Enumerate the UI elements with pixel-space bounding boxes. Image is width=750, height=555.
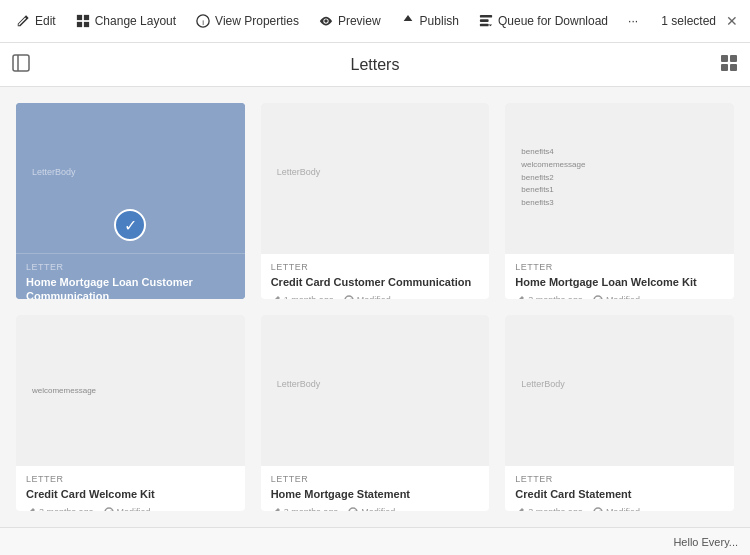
svg-rect-11 — [721, 55, 728, 62]
publish-icon — [401, 14, 415, 28]
card-info: LETTER Credit Card Customer Communicatio… — [261, 253, 490, 299]
card-status: Modified — [593, 507, 640, 511]
edit-icon — [16, 14, 30, 28]
card-status: Modified — [348, 507, 395, 511]
edit-label: Edit — [35, 14, 56, 28]
card-item[interactable]: welcomemessage LETTER Credit Card Welcom… — [16, 315, 245, 511]
svg-rect-0 — [77, 15, 82, 20]
svg-point-19 — [349, 508, 357, 511]
status-icon — [348, 507, 358, 511]
card-info: LETTER Home Mortgage Loan Welcome Kit 3 … — [505, 253, 734, 299]
card-name: Credit Card Statement — [515, 487, 724, 501]
svg-rect-3 — [84, 22, 89, 27]
card-meta: 1 month ago Modified — [271, 295, 480, 299]
card-item[interactable]: benefits4welcomemessagebenefits2benefits… — [505, 103, 734, 299]
page-title: Letters — [351, 56, 400, 74]
svg-rect-1 — [84, 15, 89, 20]
status-icon — [344, 295, 354, 299]
card-type: LETTER — [26, 262, 235, 272]
svg-point-17 — [594, 296, 602, 299]
card-preview-area: LetterBody — [261, 315, 490, 465]
more-label: ··· — [628, 14, 638, 28]
preview-text-line: benefits4 — [521, 146, 718, 159]
card-time: 3 months ago — [515, 507, 583, 511]
grid-icon — [720, 54, 738, 72]
more-button[interactable]: ··· — [620, 9, 646, 33]
svg-rect-13 — [721, 64, 728, 71]
svg-rect-8 — [480, 24, 489, 27]
change-layout-button[interactable]: Change Layout — [68, 9, 184, 33]
card-item[interactable]: LetterBody LETTER Home Mortgage Statemen… — [261, 315, 490, 511]
card-time: 3 months ago — [271, 507, 339, 511]
svg-point-20 — [594, 508, 602, 511]
pencil-icon — [271, 507, 281, 511]
view-properties-button[interactable]: i View Properties — [188, 9, 307, 33]
edit-button[interactable]: Edit — [8, 9, 64, 33]
card-type: LETTER — [515, 262, 724, 272]
card-status: Modified — [104, 507, 151, 511]
grid-view-toggle[interactable] — [720, 54, 738, 75]
preview-label-text: LetterBody — [277, 379, 321, 389]
pencil-icon — [515, 295, 525, 299]
card-meta: 3 months ago Modified — [515, 295, 724, 299]
svg-rect-2 — [77, 22, 82, 27]
view-properties-label: View Properties — [215, 14, 299, 28]
change-layout-label: Change Layout — [95, 14, 176, 28]
card-preview: LetterBody ✓ — [16, 103, 245, 253]
card-item[interactable]: LetterBody LETTER Credit Card Statement … — [505, 315, 734, 511]
svg-rect-14 — [730, 64, 737, 71]
sidebar-toggle-button[interactable] — [12, 54, 30, 75]
publish-button[interactable]: Publish — [393, 9, 467, 33]
card-info: LETTER Credit Card Welcome Kit 3 months … — [16, 465, 245, 511]
queue-download-label: Queue for Download — [498, 14, 608, 28]
preview-text-line: benefits2 — [521, 172, 718, 185]
card-preview: LetterBody — [261, 315, 490, 465]
card-preview-area: LetterBody — [261, 103, 490, 253]
svg-point-18 — [105, 508, 113, 511]
selected-checkmark: ✓ — [114, 209, 146, 241]
svg-point-16 — [345, 296, 353, 299]
info-icon: i — [196, 14, 210, 28]
layout-icon — [76, 14, 90, 28]
svg-rect-7 — [480, 19, 489, 22]
pencil-icon — [515, 507, 525, 511]
pencil-icon — [26, 507, 36, 511]
card-status: Modified — [344, 295, 391, 299]
deselect-button[interactable]: ✕ — [722, 11, 742, 31]
card-type: LETTER — [271, 474, 480, 484]
card-item[interactable]: LetterBody LETTER Credit Card Customer C… — [261, 103, 490, 299]
card-meta: 3 months ago Modified — [271, 507, 480, 511]
svg-text:i: i — [202, 18, 204, 27]
selected-count: 1 selected — [661, 14, 716, 28]
card-name: Home Mortgage Statement — [271, 487, 480, 501]
card-preview: LetterBody — [261, 103, 490, 253]
cards-grid: LetterBody ✓ LETTER Home Mortgage Loan C… — [0, 87, 750, 527]
preview-label-text: LetterBody — [521, 379, 565, 389]
pencil-icon — [271, 295, 281, 299]
status-bar: Hello Every... — [0, 527, 750, 555]
queue-download-button[interactable]: Queue for Download — [471, 9, 616, 33]
preview-text-line: welcomemessage — [32, 386, 229, 395]
page-header: Letters — [0, 43, 750, 87]
card-name: Home Mortgage Loan Customer Communicatio… — [26, 275, 235, 299]
card-item[interactable]: LetterBody ✓ LETTER Home Mortgage Loan C… — [16, 103, 245, 299]
card-info: LETTER Home Mortgage Statement 3 months … — [261, 465, 490, 511]
status-icon — [593, 295, 603, 299]
queue-icon — [479, 14, 493, 28]
preview-label: Preview — [338, 14, 381, 28]
card-info: LETTER Home Mortgage Loan Customer Commu… — [16, 253, 245, 299]
svg-rect-6 — [480, 15, 492, 18]
card-type: LETTER — [271, 262, 480, 272]
svg-rect-9 — [13, 55, 29, 71]
card-preview-area: welcomemessage — [16, 315, 245, 465]
status-icon — [104, 507, 114, 511]
svg-rect-12 — [730, 55, 737, 62]
preview-button[interactable]: Preview — [311, 9, 389, 33]
card-info: LETTER Credit Card Statement 3 months ag… — [505, 465, 734, 511]
toolbar: Edit Change Layout i View Properties Pre… — [0, 0, 750, 43]
card-time: 3 months ago — [26, 507, 94, 511]
preview-label-text: LetterBody — [277, 167, 321, 177]
card-name: Home Mortgage Loan Welcome Kit — [515, 275, 724, 289]
card-time: 3 months ago — [515, 295, 583, 299]
card-type: LETTER — [26, 474, 235, 484]
